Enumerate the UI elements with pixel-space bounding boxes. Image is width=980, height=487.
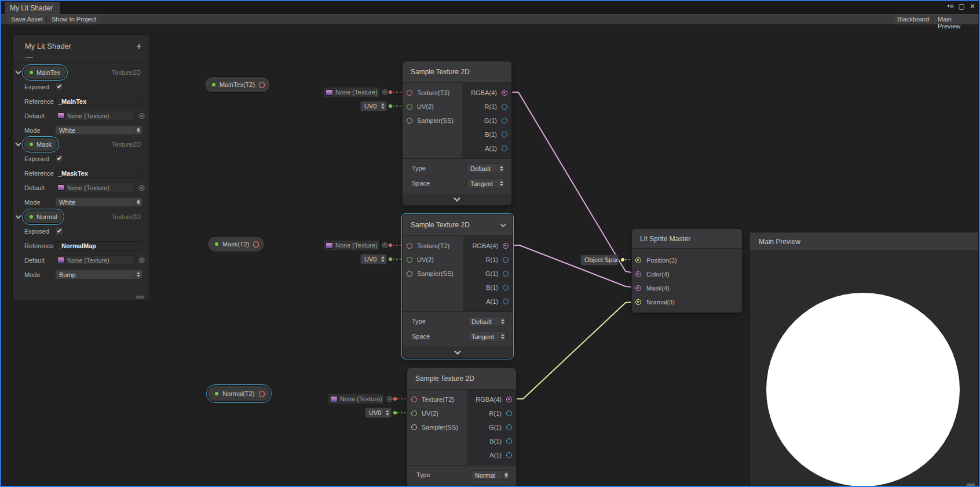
position-space-dropdown[interactable]: Object Space — [580, 255, 619, 266]
object-picker-icon[interactable]: ◎ — [381, 88, 389, 96]
port-r-output[interactable] — [503, 257, 509, 263]
tab-my-lit-shader[interactable]: My Lit Shader — [5, 2, 60, 14]
object-picker-icon[interactable]: ◎ — [138, 256, 145, 264]
dropdown-arrows-icon — [134, 198, 142, 206]
port-r-output[interactable] — [502, 104, 507, 110]
port-g-output[interactable] — [506, 424, 512, 430]
port-r-output[interactable] — [506, 410, 512, 416]
port-position-input[interactable] — [635, 257, 641, 263]
property-node-normal[interactable]: Normal(T2) — [207, 386, 270, 402]
preview-resize-grip[interactable] — [967, 484, 975, 485]
lit-sprite-master-node[interactable]: Lit Sprite Master Position(3) Color(4) M… — [631, 228, 743, 313]
dropdown-arrows-icon — [499, 317, 506, 326]
exposed-checkbox[interactable]: ✔ — [55, 227, 64, 235]
exposed-checkbox[interactable]: ✔ — [55, 82, 64, 91]
uv-channel-dropdown[interactable]: UV0 — [360, 254, 387, 264]
type-dropdown[interactable]: Default — [466, 163, 506, 173]
port-b-output[interactable] — [502, 132, 507, 137]
chevron-down-icon[interactable] — [16, 69, 21, 75]
default-texture-field[interactable]: None (Texture) — [55, 111, 135, 121]
uv-channel-dropdown[interactable]: UV0 — [360, 101, 387, 111]
exposed-checkbox[interactable]: ✔ — [55, 154, 64, 163]
sample-texture-2d-node-selected[interactable]: Sample Texture 2D Texture(T2) UV(2) Samp… — [402, 214, 513, 359]
property-pill-normal[interactable]: Normal — [23, 210, 63, 224]
wire-normal-rgba-to-normal[interactable] — [510, 301, 638, 399]
object-picker-icon[interactable]: ◎ — [138, 184, 145, 191]
chevron-down-icon[interactable] — [16, 141, 21, 147]
mode-dropdown[interactable]: White — [55, 125, 142, 135]
port-uv-input[interactable] — [411, 410, 417, 416]
property-pill-mask[interactable]: Mask — [23, 137, 58, 151]
add-property-button[interactable]: + — [136, 41, 142, 52]
default-texture-field[interactable]: None (Texture) — [55, 183, 135, 192]
blackboard-resize-grip[interactable] — [136, 296, 144, 297]
window-close-icon[interactable]: ✕ — [970, 2, 975, 10]
window-maximize-icon[interactable]: ▢ — [959, 2, 965, 10]
object-picker-icon[interactable]: ◎ — [381, 241, 389, 249]
texture-default-field[interactable]: None (Texture) — [323, 240, 379, 250]
port-sampler-input[interactable] — [407, 271, 412, 277]
uv-channel-dropdown[interactable]: UV0 — [365, 408, 392, 418]
sample-texture-2d-node[interactable]: Sample Texture 2D Texture(T2) UV(2) Samp… — [402, 61, 512, 206]
port-uv-input[interactable] — [407, 104, 412, 110]
port-sampler-input[interactable] — [407, 118, 412, 123]
node-title[interactable]: Lit Sprite Master — [632, 229, 742, 249]
chevron-down-icon[interactable] — [16, 213, 21, 219]
port-g-output[interactable] — [502, 118, 507, 123]
wire-maintex-rgba-to-color[interactable] — [506, 92, 638, 274]
sample-texture-2d-node-normal[interactable]: Sample Texture 2D Texture(T2) UV(2) Samp… — [407, 368, 517, 487]
port-texture-input[interactable] — [407, 90, 412, 96]
mode-dropdown[interactable]: Bump — [55, 270, 142, 279]
port-uv-input[interactable] — [407, 257, 412, 263]
port-mask-input[interactable] — [635, 285, 641, 291]
main-preview-title[interactable]: Main Preview — [750, 232, 978, 251]
default-texture-field[interactable]: None (Texture) — [55, 255, 135, 265]
property-pill-maintex[interactable]: MainTex — [23, 66, 67, 79]
mode-dropdown[interactable]: White — [55, 197, 142, 207]
port-texture-output[interactable] — [253, 241, 259, 248]
property-node-maintex[interactable]: MainTex(T2) — [204, 77, 270, 93]
port-rgba-output[interactable] — [503, 243, 509, 249]
object-picker-icon[interactable]: ◎ — [386, 395, 393, 402]
port-b-output[interactable] — [503, 285, 509, 290]
dropdown-arrows-icon — [134, 270, 142, 279]
main-preview-toggle-button[interactable]: Main Preview — [933, 14, 979, 24]
port-a-output[interactable] — [506, 452, 512, 458]
save-asset-button[interactable]: Save Asset — [6, 14, 48, 24]
port-texture-input[interactable] — [411, 397, 417, 402]
space-dropdown[interactable]: Tangent — [466, 179, 506, 188]
port-a-output[interactable] — [502, 146, 507, 151]
texture-default-field[interactable]: None (Texture) — [328, 394, 384, 404]
reference-input[interactable]: _MaskTex — [55, 169, 142, 178]
port-rgba-output[interactable] — [502, 90, 507, 96]
show-in-project-button[interactable]: Show In Project — [46, 14, 101, 24]
wire-mask-rgba-to-mask[interactable] — [507, 245, 638, 288]
port-g-output[interactable] — [503, 271, 509, 277]
port-color-input[interactable] — [635, 271, 641, 277]
port-a-output[interactable] — [503, 299, 509, 304]
window-menu-icon[interactable]: ▾≡ — [948, 2, 954, 10]
port-rgba-output[interactable] — [506, 397, 512, 402]
type-dropdown[interactable]: Default — [467, 317, 507, 326]
chevron-down-icon[interactable] — [500, 221, 506, 227]
port-texture-output[interactable] — [259, 82, 265, 88]
port-sampler-input[interactable] — [411, 424, 417, 430]
object-picker-icon[interactable]: ◎ — [138, 112, 145, 119]
blackboard-toggle-button[interactable]: Blackboard — [892, 14, 934, 24]
main-preview-viewport[interactable] — [750, 251, 978, 486]
node-title[interactable]: Sample Texture 2D — [403, 61, 511, 83]
preview-expander[interactable] — [403, 347, 513, 358]
port-texture-output[interactable] — [259, 391, 265, 397]
reference-input[interactable]: _NormalMap — [55, 241, 142, 250]
node-title[interactable]: Sample Texture 2D — [403, 215, 513, 236]
preview-expander[interactable] — [403, 194, 511, 205]
port-b-output[interactable] — [506, 438, 512, 444]
property-node-mask[interactable]: Mask(T2) — [207, 236, 265, 252]
node-title[interactable]: Sample Texture 2D — [407, 368, 516, 390]
space-dropdown[interactable]: Tangent — [467, 332, 507, 341]
port-texture-input[interactable] — [407, 243, 412, 249]
type-dropdown[interactable]: Normal — [471, 470, 510, 480]
port-normal-input[interactable] — [635, 299, 641, 305]
reference-input[interactable]: _MainTex — [55, 97, 142, 106]
texture-default-field[interactable]: None (Texture) — [323, 87, 379, 97]
